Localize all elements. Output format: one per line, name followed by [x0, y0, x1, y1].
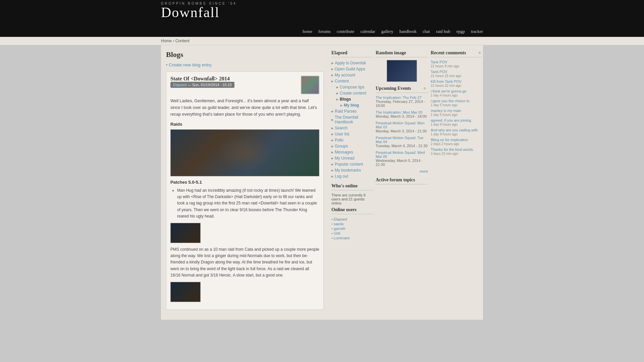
- nav-home[interactable]: home: [303, 29, 312, 34]
- menu-content-link[interactable]: Content: [335, 79, 349, 83]
- comment-7: And why are you raiding with 1 day 9 hou…: [431, 128, 483, 136]
- event-link-1[interactable]: The Implication: Mon Mar 03: [376, 110, 422, 114]
- event-link-2[interactable]: Perpetual Motion Squad: Mon Mar 03: [376, 121, 425, 129]
- menu-user-list[interactable]: User list: [331, 131, 373, 137]
- elapsed-menu-box: Elapsed Apply to Downfall Open Guild App…: [331, 50, 373, 179]
- raid-image-large: [170, 129, 319, 176]
- comment-time-5: 1 day 5 hours ago: [431, 113, 458, 117]
- recent-comments-title: Recent comments: [431, 50, 483, 57]
- menu-logout[interactable]: Log out: [331, 173, 373, 179]
- nav-handbook[interactable]: handbook: [399, 29, 417, 34]
- event-1: The Implication: Mon Mar 03 Monday, Marc…: [376, 110, 428, 118]
- event-link-4[interactable]: Perpetual Motion Squad: Wed Mar 05: [376, 150, 425, 159]
- comment-link-1[interactable]: Tank POV: [431, 70, 447, 74]
- event-0: The Implication: Thu Feb 27 Thursday, Fe…: [376, 96, 428, 108]
- comments-list: Tank POV 21 hours 9 min ago Tank POV 21 …: [431, 60, 483, 156]
- create-blog-link[interactable]: Create new blog entry.: [166, 62, 324, 67]
- upcoming-events-title: Upcoming Events: [376, 86, 428, 93]
- comment-8: filling on for implication 2 days 2 hour…: [431, 138, 483, 146]
- comment-1: Tank POV 21 hours 15 min ago: [431, 70, 483, 78]
- menu-create[interactable]: Create content: [336, 90, 373, 96]
- online-user-0: Elapsed: [331, 217, 373, 222]
- right-sidebar-col2: Recent comments Tank POV 21 hours 9 min …: [431, 50, 483, 315]
- whos-online-box: Who's online There are currently 6 users…: [331, 183, 373, 240]
- breadcrumb-home[interactable]: Home: [161, 39, 172, 43]
- menu-my-blog[interactable]: My blog: [340, 102, 373, 108]
- comment-time-2: 21 hours 22 min ago: [431, 84, 461, 87]
- menu-raid-parses[interactable]: Raid Parses: [331, 108, 373, 114]
- comment-4: i gave you the choice to 1 day 5 hours a…: [431, 99, 483, 107]
- menu-account-link[interactable]: My account: [335, 73, 355, 77]
- menu-popular[interactable]: Popular content: [331, 161, 373, 167]
- comment-time-6: 1 day 9 hours ago: [431, 123, 458, 126]
- menu-account[interactable]: My account: [331, 72, 373, 78]
- online-count: There are currently 6 users and 21 guest…: [331, 193, 373, 205]
- comment-link-8[interactable]: filling on for implication: [431, 138, 468, 142]
- menu-apply[interactable]: Apply to Downfall: [331, 60, 373, 66]
- comment-time-3: 1 day 4 hours ago: [431, 94, 458, 97]
- comment-link-6[interactable]: agreed. if you are joining: [431, 118, 471, 122]
- menu-groups[interactable]: Groups: [331, 143, 373, 149]
- nav-calendar[interactable]: calendar: [361, 29, 375, 34]
- blog-post-meta: Elapsed — Sun, 01/19/2014 - 15:15: [170, 82, 234, 88]
- event-2: Perpetual Motion Squad: Mon Mar 03 Monda…: [376, 121, 428, 133]
- header: DROPPIN BOMBS SINCE '04 Downfall home fo…: [0, 0, 644, 37]
- menu-apply-link[interactable]: Apply to Downfall: [335, 61, 366, 65]
- menu-polls[interactable]: Polls: [331, 137, 373, 143]
- main-nav: home forums contribute calendar gallery …: [303, 29, 483, 34]
- right-sidebar: Random image Upcoming Events The Implica…: [376, 50, 483, 315]
- blog-para-2: PMS continued on as a 10 man raid from C…: [170, 246, 319, 279]
- comment-link-7[interactable]: And why are you raiding with: [431, 128, 478, 132]
- nav-tracker[interactable]: tracker: [471, 29, 483, 34]
- menu-compose[interactable]: Compose tips: [336, 84, 373, 90]
- content-submenu: Compose tips Create content Blogs My blo…: [331, 84, 373, 108]
- menu-content[interactable]: Content: [331, 78, 373, 84]
- raid-img-small-1: [170, 223, 201, 243]
- comment-link-9[interactable]: Thanks for the kind words.: [431, 147, 474, 152]
- blogs-submenu: My blog: [336, 102, 373, 108]
- comment-3: i think we're gonna go 1 day 4 hours ago: [431, 89, 483, 97]
- logo-area: DROPPIN BOMBS SINCE '04 Downfall: [161, 2, 237, 19]
- nav-epgp[interactable]: epgp: [457, 29, 465, 34]
- nav-chat[interactable]: chat: [423, 29, 430, 34]
- menu-handbook[interactable]: The Downfall Handbook: [331, 114, 373, 125]
- nav-forums[interactable]: forums: [318, 29, 331, 34]
- menu-blogs[interactable]: Blogs: [336, 96, 373, 102]
- menu-open-guild-link[interactable]: Open Guild Apps: [335, 67, 365, 71]
- events-more-link[interactable]: more: [376, 169, 428, 173]
- blog-post-date: — Sun, 01/19/2014 - 15:15: [187, 83, 232, 87]
- event-4: Perpetual Motion Squad: Wed Mar 05 Wedne…: [376, 150, 428, 167]
- online-user-4: Luminaire: [331, 236, 373, 240]
- comment-link-4[interactable]: i gave you the choice to: [431, 99, 470, 103]
- blog-intro: Well Ladies, Gentlemen, and Foresight...…: [170, 98, 319, 118]
- online-users-title: Online users: [331, 207, 373, 214]
- event-link-3[interactable]: Perpetual Motion Squad: Tue Mar 04: [376, 136, 423, 144]
- comment-time-1: 21 hours 15 min ago: [431, 74, 461, 78]
- nav-gallery[interactable]: gallery: [381, 29, 393, 34]
- right-sidebar-col1: Random image Upcoming Events The Implica…: [376, 50, 428, 315]
- breadcrumb-bar: Home › Content: [0, 37, 644, 45]
- comment-link-5[interactable]: manley is my main: [431, 109, 461, 113]
- menu-unread[interactable]: My Unread: [331, 155, 373, 161]
- online-user-1: saedo: [331, 222, 373, 226]
- event-date-1: Monday, March 3, 2014 - 18:00: [376, 114, 427, 118]
- comment-0: Tank POV 21 hours 9 min ago: [431, 60, 483, 68]
- active-forum-title: Active forum topics: [376, 177, 428, 184]
- nav-raid-hub[interactable]: raid hub: [436, 29, 450, 34]
- comment-link-0[interactable]: Tank POV: [431, 60, 447, 64]
- comment-link-2[interactable]: Kill from Tank POV: [431, 79, 462, 83]
- menu-search[interactable]: Search: [331, 125, 373, 131]
- event-date-0: Thursday, February 27, 2014 - 18:00: [376, 100, 425, 108]
- menu-bookmarks[interactable]: My bookmarks: [331, 167, 373, 173]
- main-content: Blogs Create new blog entry. State Of <D…: [161, 50, 329, 315]
- menu-open-guild[interactable]: Open Guild Apps: [331, 66, 373, 72]
- online-users-list: Elapsed saedo garreth Ghli Luminaire: [331, 217, 373, 240]
- active-forum-box: Active forum topics: [376, 177, 428, 184]
- comment-6: agreed. if you are joining 1 day 9 hours…: [431, 118, 483, 126]
- comment-link-3[interactable]: i think we're gonna go: [431, 89, 467, 93]
- menu-messages[interactable]: Messages: [331, 149, 373, 155]
- event-3: Perpetual Motion Squad: Tue Mar 04 Tuesd…: [376, 136, 428, 148]
- nav-contribute[interactable]: contribute: [337, 29, 355, 34]
- event-link-0[interactable]: The Implication: Thu Feb 27: [376, 96, 422, 100]
- breadcrumb-separator: ›: [173, 39, 174, 43]
